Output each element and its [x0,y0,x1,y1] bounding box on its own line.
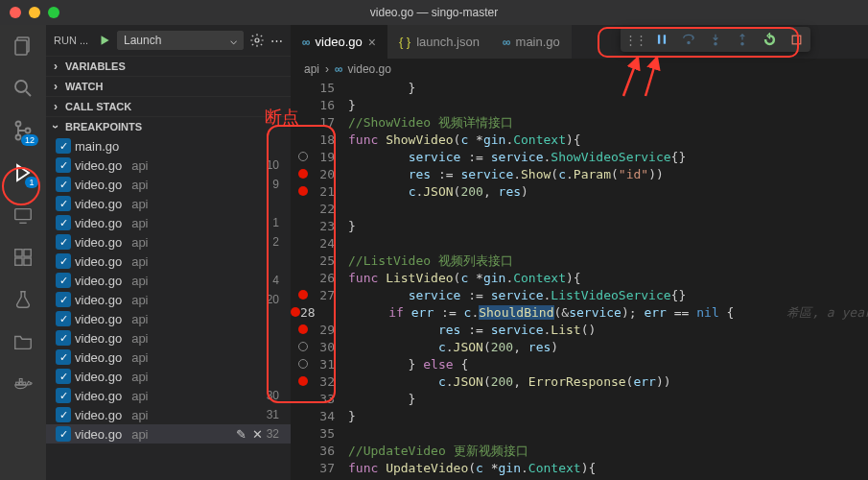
breakpoint-ring-icon[interactable] [298,359,308,369]
breakpoint-dot-icon[interactable] [298,186,308,196]
breakpoint-item[interactable]: ✓ video.goapi9 [46,175,291,194]
code-line[interactable]: 34} [291,408,868,425]
drag-handle-icon[interactable]: ⋮⋮ [626,31,644,48]
code-line[interactable]: 28 if err := c.ShouldBind(&service); err… [291,304,868,322]
code-line[interactable]: 18func ShowVideo(c *gin.Context){ [291,132,868,149]
breakpoint-ring-icon[interactable] [298,152,308,161]
code-line[interactable]: 24 [291,235,868,252]
step-into-button[interactable] [707,31,724,48]
breakpoint-dot-icon[interactable] [291,307,300,317]
code-line[interactable]: 35 [291,425,868,443]
checkbox-icon[interactable]: ✓ [56,196,71,211]
breadcrumb[interactable]: api › ∞ video.go [291,59,868,80]
pause-button[interactable] [653,31,670,48]
checkbox-icon[interactable]: ✓ [56,292,71,307]
source-control-icon[interactable]: 12 [10,117,36,144]
breakpoint-item[interactable]: ✓ video.goapi31 [46,405,291,424]
breakpoint-item[interactable]: ✓ video.goapi30 [46,386,291,405]
breakpoint-item[interactable]: ✓ video.goapi10 [46,156,291,175]
checkbox-icon[interactable]: ✓ [56,157,71,173]
breakpoint-item[interactable]: ✓ video.goapi [46,194,291,213]
testing-icon[interactable] [10,286,36,313]
breakpoint-item[interactable]: ✓ video.goapi [46,309,291,328]
editor-code-area[interactable]: 15 }16}17//ShowVideo 视频详情接口18func ShowVi… [291,80,868,480]
breakpoint-ring-icon[interactable] [298,342,308,351]
gear-icon[interactable] [249,33,265,48]
remote-icon[interactable] [10,202,36,228]
code-line[interactable]: 21 c.JSON(200, res) [291,183,868,201]
start-debug-icon[interactable] [98,34,111,47]
close-window-button[interactable] [10,7,21,18]
editor-tab[interactable]: ∞video.go× [291,25,387,59]
breakpoint-dot-icon[interactable] [298,290,308,300]
checkbox-icon[interactable]: ✓ [56,311,71,326]
step-out-button[interactable] [734,31,751,48]
breakpoint-item[interactable]: ✓ video.goapi [46,252,291,271]
editor-tab[interactable]: { }launch.json [387,25,491,59]
code-line[interactable]: 27 service := service.ListVideoService{} [291,287,868,304]
code-line[interactable]: 19 service := service.ShowVideoService{} [291,149,868,166]
breakpoint-item[interactable]: ✓ video.goapi [46,328,291,348]
breakpoint-item[interactable]: ✓ video.goapi20 [46,290,291,309]
code-line[interactable]: 36//UpdateVideo 更新视频接口 [291,443,868,460]
code-line[interactable]: 37func UpdateVideo(c *gin.Context){ [291,460,868,477]
maximize-window-button[interactable] [48,7,59,18]
close-icon[interactable]: ✕ [252,427,263,442]
checkbox-icon[interactable]: ✓ [56,215,71,230]
breakpoint-item[interactable]: ✓ video.goapi1 [46,213,291,232]
checkbox-icon[interactable]: ✓ [56,407,71,422]
close-icon[interactable]: × [368,35,376,50]
code-line[interactable]: 22 [291,201,868,218]
debug-config-select[interactable]: Launch ⌵ [117,31,244,50]
checkbox-icon[interactable]: ✓ [56,273,71,288]
section-call-stack[interactable]: ›CALL STACK [46,97,291,116]
more-icon[interactable]: ⋯ [270,34,283,48]
code-line[interactable]: 16} [291,97,868,114]
section-breakpoints[interactable]: ›BREAKPOINTS [46,117,291,136]
search-icon[interactable] [10,75,36,102]
checkbox-icon[interactable]: ✓ [56,177,71,192]
code-line[interactable]: 32 c.JSON(200, ErrorResponse(err)) [291,373,868,391]
line-number: 24 [316,235,348,252]
code-line[interactable]: 30 c.JSON(200, res) [291,339,868,356]
breakpoint-dot-icon[interactable] [298,376,308,386]
editor-tab[interactable]: ∞main.go [491,25,572,59]
checkbox-icon[interactable]: ✓ [56,253,71,269]
section-variables[interactable]: ›VARIABLES [46,57,291,76]
run-debug-icon[interactable]: 1 [10,159,36,186]
minimize-window-button[interactable] [29,7,40,18]
code-line[interactable]: 26func ListVideo(c *gin.Context){ [291,270,868,287]
restart-button[interactable] [761,31,778,48]
folder-icon[interactable] [10,328,36,355]
checkbox-icon[interactable]: ✓ [56,426,71,442]
breakpoint-item[interactable]: ✓ main.go [46,136,291,156]
code-line[interactable]: 17//ShowVideo 视频详情接口 [291,114,868,132]
breakpoint-item[interactable]: ✓ video.goapi [46,348,291,367]
code-line[interactable]: 15 } [291,80,868,97]
checkbox-icon[interactable]: ✓ [56,388,71,403]
breakpoint-item[interactable]: ✓ video.goapi✎✕32 [46,424,291,444]
section-watch[interactable]: ›WATCH [46,77,291,96]
extensions-icon[interactable] [10,244,36,271]
checkbox-icon[interactable]: ✓ [56,349,71,365]
breakpoint-dot-icon[interactable] [298,324,308,334]
edit-icon[interactable]: ✎ [236,427,246,442]
breakpoint-item[interactable]: ✓ video.goapi2 [46,232,291,252]
step-over-button[interactable] [680,31,697,48]
code-line[interactable]: 31 } else { [291,356,868,373]
docker-icon[interactable] [10,371,36,397]
breakpoint-item[interactable]: ✓ video.goapi4 [46,271,291,290]
checkbox-icon[interactable]: ✓ [56,138,71,154]
code-line[interactable]: 25//ListVideo 视频列表接口 [291,252,868,270]
breakpoint-item[interactable]: ✓ video.goapi [46,367,291,386]
stop-button[interactable] [787,31,805,48]
code-line[interactable]: 33 } [291,391,868,408]
code-line[interactable]: 23} [291,218,868,235]
code-line[interactable]: 29 res := service.List() [291,322,868,339]
explorer-icon[interactable] [10,33,36,60]
checkbox-icon[interactable]: ✓ [56,369,71,384]
checkbox-icon[interactable]: ✓ [56,330,71,346]
code-line[interactable]: 20 res := service.Show(c.Param("id")) [291,166,868,183]
breakpoint-dot-icon[interactable] [298,169,308,179]
checkbox-icon[interactable]: ✓ [56,234,71,250]
